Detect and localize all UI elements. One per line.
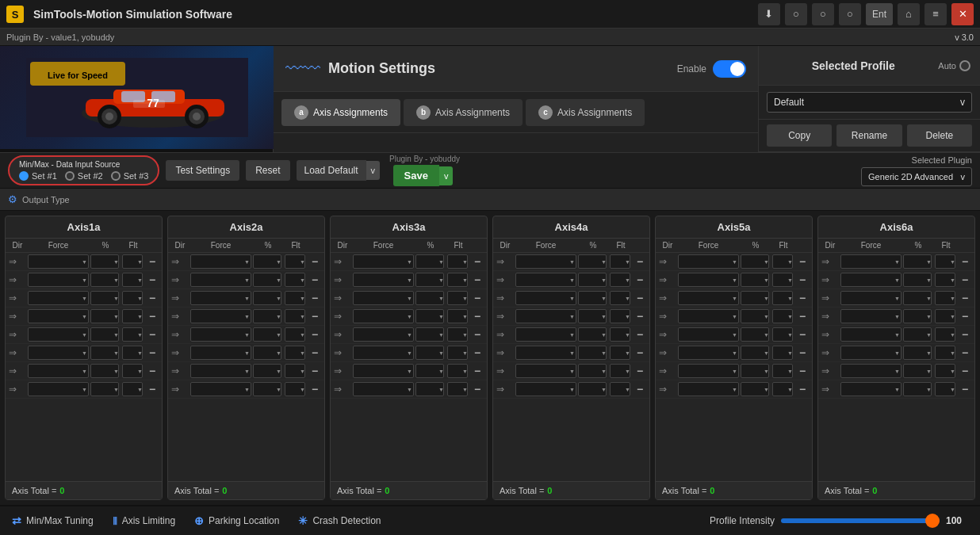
flt-select-3-7[interactable] bbox=[610, 382, 630, 396]
pct-select-0-5[interactable] bbox=[90, 346, 119, 360]
load-default-button[interactable]: Load Default bbox=[297, 160, 366, 181]
force-select-4-1[interactable] bbox=[678, 273, 739, 287]
pct-select-2-3[interactable] bbox=[415, 309, 444, 323]
flt-select-1-5[interactable] bbox=[285, 346, 305, 360]
row-minus-0-5[interactable]: − bbox=[146, 347, 159, 358]
force-select-2-5[interactable] bbox=[353, 346, 414, 360]
row-minus-4-2[interactable]: − bbox=[796, 292, 809, 304]
flt-select-3-0[interactable] bbox=[610, 254, 630, 269]
row-minus-3-4[interactable]: − bbox=[634, 329, 646, 340]
pct-select-3-7[interactable] bbox=[578, 382, 607, 396]
row-minus-5-0[interactable]: − bbox=[959, 256, 971, 267]
row-minus-1-6[interactable]: − bbox=[308, 365, 321, 376]
pct-select-0-3[interactable] bbox=[90, 309, 119, 323]
load-default-arrow[interactable]: v bbox=[366, 161, 381, 180]
row-minus-1-4[interactable]: − bbox=[308, 329, 321, 340]
flt-select-1-4[interactable] bbox=[285, 327, 305, 342]
row-minus-2-0[interactable]: − bbox=[471, 256, 484, 267]
force-select-0-3[interactable] bbox=[28, 309, 89, 323]
row-minus-2-4[interactable]: − bbox=[471, 329, 484, 340]
row-minus-1-2[interactable]: − bbox=[308, 292, 321, 304]
flt-select-5-7[interactable] bbox=[935, 382, 955, 396]
force-select-5-7[interactable] bbox=[840, 382, 902, 396]
row-minus-3-7[interactable]: − bbox=[634, 384, 646, 395]
circle-icon-1[interactable]: ○ bbox=[785, 3, 807, 25]
flt-select-5-5[interactable] bbox=[935, 346, 955, 360]
force-select-3-6[interactable] bbox=[515, 364, 576, 378]
test-settings-button[interactable]: Test Settings bbox=[166, 160, 239, 181]
force-select-5-3[interactable] bbox=[840, 309, 902, 323]
flt-select-4-1[interactable] bbox=[772, 273, 793, 287]
row-minus-4-6[interactable]: − bbox=[796, 365, 809, 376]
pct-select-1-1[interactable] bbox=[253, 273, 281, 287]
set1-radio[interactable]: Set #1 bbox=[19, 171, 57, 181]
pct-select-1-0[interactable] bbox=[253, 254, 281, 269]
flt-select-2-4[interactable] bbox=[447, 327, 468, 342]
flt-select-1-0[interactable] bbox=[285, 254, 305, 269]
flt-select-1-1[interactable] bbox=[285, 273, 305, 287]
force-select-1-2[interactable] bbox=[190, 291, 251, 305]
pct-select-3-3[interactable] bbox=[578, 309, 607, 323]
pct-select-5-0[interactable] bbox=[903, 254, 932, 269]
row-minus-5-2[interactable]: − bbox=[959, 292, 971, 304]
flt-select-3-2[interactable] bbox=[610, 291, 630, 305]
copy-button[interactable]: Copy bbox=[767, 124, 832, 147]
flt-select-0-0[interactable] bbox=[122, 254, 143, 269]
row-minus-5-4[interactable]: − bbox=[959, 329, 971, 340]
flt-select-3-5[interactable] bbox=[610, 346, 630, 360]
set2-radio[interactable]: Set #2 bbox=[65, 171, 103, 181]
flt-select-5-4[interactable] bbox=[935, 327, 955, 342]
pct-select-2-4[interactable] bbox=[415, 327, 444, 342]
delete-button[interactable]: Delete bbox=[907, 124, 972, 147]
pct-select-4-2[interactable] bbox=[741, 291, 769, 305]
pct-select-5-2[interactable] bbox=[903, 291, 932, 305]
row-minus-1-7[interactable]: − bbox=[308, 384, 321, 395]
force-select-3-2[interactable] bbox=[515, 291, 576, 305]
pct-select-1-2[interactable] bbox=[253, 291, 281, 305]
flt-select-1-7[interactable] bbox=[285, 382, 305, 396]
force-select-0-2[interactable] bbox=[28, 291, 89, 305]
pct-select-1-7[interactable] bbox=[253, 382, 281, 396]
row-minus-4-4[interactable]: − bbox=[796, 329, 809, 340]
pct-select-2-6[interactable] bbox=[415, 364, 444, 378]
flt-select-4-3[interactable] bbox=[772, 309, 793, 323]
force-select-4-4[interactable] bbox=[678, 327, 739, 342]
pct-select-3-6[interactable] bbox=[578, 364, 607, 378]
pct-select-2-2[interactable] bbox=[415, 291, 444, 305]
flt-select-4-6[interactable] bbox=[772, 364, 793, 378]
flt-select-2-6[interactable] bbox=[447, 364, 468, 378]
flt-select-4-4[interactable] bbox=[772, 327, 793, 342]
row-minus-1-1[interactable]: − bbox=[308, 274, 321, 285]
row-minus-1-0[interactable]: − bbox=[308, 256, 321, 267]
axis-tab-b[interactable]: b Axis Assignments bbox=[404, 99, 523, 126]
pct-select-0-4[interactable] bbox=[90, 327, 119, 342]
flt-select-0-3[interactable] bbox=[122, 309, 143, 323]
pct-select-3-1[interactable] bbox=[578, 273, 607, 287]
force-select-2-7[interactable] bbox=[353, 382, 414, 396]
pct-select-2-7[interactable] bbox=[415, 382, 444, 396]
flt-select-4-0[interactable] bbox=[772, 254, 793, 269]
pct-select-4-7[interactable] bbox=[741, 382, 769, 396]
pct-select-2-1[interactable] bbox=[415, 273, 444, 287]
profile-dropdown[interactable]: Default v bbox=[767, 92, 972, 113]
pct-select-4-6[interactable] bbox=[741, 364, 769, 378]
force-select-4-7[interactable] bbox=[678, 382, 739, 396]
pct-select-0-1[interactable] bbox=[90, 273, 119, 287]
pct-select-3-0[interactable] bbox=[578, 254, 607, 269]
row-minus-2-3[interactable]: − bbox=[471, 311, 484, 322]
row-minus-0-3[interactable]: − bbox=[146, 311, 159, 322]
row-minus-0-0[interactable]: − bbox=[146, 256, 159, 267]
pct-select-2-0[interactable] bbox=[415, 254, 444, 269]
flt-select-0-7[interactable] bbox=[122, 382, 143, 396]
force-select-1-7[interactable] bbox=[190, 382, 251, 396]
flt-select-3-1[interactable] bbox=[610, 273, 630, 287]
force-select-0-7[interactable] bbox=[28, 382, 89, 396]
row-minus-0-1[interactable]: − bbox=[146, 274, 159, 285]
force-select-5-0[interactable] bbox=[840, 254, 902, 269]
pct-select-4-4[interactable] bbox=[741, 327, 769, 342]
force-select-1-1[interactable] bbox=[190, 273, 251, 287]
row-minus-3-5[interactable]: − bbox=[634, 347, 646, 358]
row-minus-1-3[interactable]: − bbox=[308, 311, 321, 322]
force-select-0-6[interactable] bbox=[28, 364, 89, 378]
pct-select-5-7[interactable] bbox=[903, 382, 932, 396]
